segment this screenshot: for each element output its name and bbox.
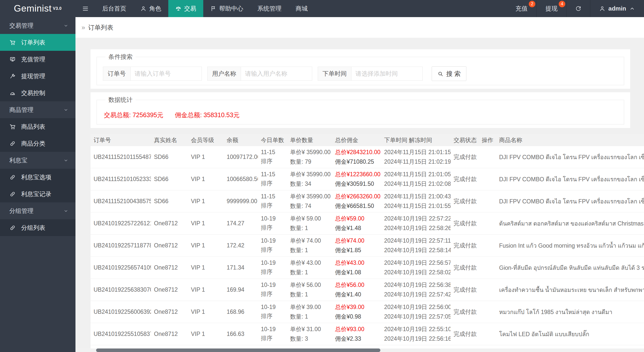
sidebar-item-label: 提现管理 <box>21 72 45 80</box>
order-time-input[interactable] <box>351 67 423 81</box>
sidebar-group-interest-treasure[interactable]: 利息宝 <box>0 152 75 169</box>
user-name-input[interactable] <box>241 67 312 81</box>
sidebar-item-interest-options[interactable]: 利息宝选项 <box>0 169 75 186</box>
refresh-button[interactable] <box>566 0 590 17</box>
sidebar-item-label: 交易控制 <box>21 89 45 97</box>
recharge-button[interactable]: 充值 2 <box>507 0 536 17</box>
cell-price-qty: 单价¥ 39.00数量: 1 <box>287 301 332 323</box>
cell-product-name: DJI FPV COMBO ดีเจไอ โดรน FPV เครื่องแรก… <box>496 146 644 168</box>
search-icon <box>437 71 443 77</box>
user-menu[interactable]: admin <box>590 0 644 17</box>
cell-day-count: 10-19排序 <box>258 301 287 323</box>
sidebar-group-group-management[interactable]: 分组管理 <box>0 202 75 219</box>
cell-times: 2024年10月19日 22:56:382024年10月19日 22:57:42 <box>381 279 451 301</box>
sidebar-item-withdraw-management[interactable]: 提现管理 <box>0 68 75 84</box>
sidebar-group-product-management[interactable]: 商品管理 <box>0 101 75 118</box>
sort-link[interactable]: 排序 <box>261 268 284 276</box>
order-no-input[interactable] <box>131 67 202 81</box>
cell-price-qty: 单价¥ 56.00数量: 1 <box>287 279 332 301</box>
sidebar-group-label: 利息宝 <box>9 156 27 164</box>
sort-link[interactable]: 排序 <box>261 312 284 320</box>
cell-balance: 10097172.00 <box>224 146 258 168</box>
app-version: V3.0 <box>53 6 62 11</box>
column-header-8: 交易状态 <box>451 134 479 146</box>
topnav-home[interactable]: 后台首页 <box>95 0 133 17</box>
cell-price-qty: 单价¥ 35990.00数量: 79 <box>287 146 332 168</box>
sidebar-toggle-button[interactable] <box>75 0 95 17</box>
table-row: UB2410192257118778One8712VIP 1172.4210-1… <box>91 235 644 257</box>
cell-action <box>479 279 496 301</box>
horizontal-scrollbar-thumb[interactable] <box>96 348 380 352</box>
cell-price-qty: 单价¥ 59.00数量: 1 <box>287 212 332 235</box>
horizontal-scrollbar[interactable] <box>75 348 644 352</box>
sort-link[interactable]: 排序 <box>261 202 284 209</box>
sidebar-item-group-list[interactable]: 分组列表 <box>0 219 75 236</box>
search-fieldset: 条件搜索 订单号用户名称下单时间 搜 索 <box>97 53 624 85</box>
sidebar-item-order-list[interactable]: 订单列表 <box>0 34 75 51</box>
cell-real-name: One8712 <box>151 301 188 323</box>
cell-product-name: DJI FPV COMBO ดีเจไอ โดรน FPV เครื่องแรก… <box>496 168 644 190</box>
column-header-0: 订单号 <box>91 134 151 146</box>
topnav-mall[interactable]: 商城 <box>289 0 315 17</box>
topnav-roles[interactable]: 角色 <box>133 0 168 17</box>
hamburger-icon <box>82 5 89 12</box>
sort-link[interactable]: 排序 <box>261 224 284 232</box>
cell-times: 2024年10月19日 22:56:572024年10月19日 22:58:02 <box>381 257 451 279</box>
topnav-help-center[interactable]: 帮助中心 <box>203 0 250 17</box>
sort-link[interactable]: 排序 <box>261 334 284 342</box>
cell-action <box>479 146 496 168</box>
cell-day-count: 11-15排序 <box>258 190 287 212</box>
search-button[interactable]: 搜 索 <box>432 66 466 81</box>
cell-status: 完成付款 <box>451 235 479 257</box>
sidebar: 交易管理订单列表充值管理提现管理交易控制商品管理商品列表商品分类利息宝利息宝选项… <box>0 17 75 352</box>
cell-vip-level: VIP 1 <box>188 212 224 235</box>
sidebar-item-label: 商品列表 <box>21 123 45 131</box>
cell-vip-level: VIP 1 <box>188 323 224 345</box>
cell-price-qty: 单价¥ 35990.00数量: 74 <box>287 190 332 212</box>
topnav-trade[interactable]: 交易 <box>168 0 203 17</box>
search-field-user-name: 用户名称 <box>207 67 312 81</box>
column-header-5: 单价数量 <box>287 134 332 146</box>
column-header-3: 余额 <box>224 134 258 146</box>
sidebar-item-recharge-management[interactable]: 充值管理 <box>0 51 75 68</box>
column-header-10: 商品名称 <box>496 134 644 146</box>
sort-link[interactable]: 排序 <box>261 290 284 298</box>
search-field-order-no: 订单号 <box>103 67 202 81</box>
column-header-1: 真实姓名 <box>151 134 188 146</box>
sidebar-item-interest-records[interactable]: 利息宝记录 <box>0 186 75 202</box>
sidebar-item-label: 利息宝记录 <box>21 190 51 198</box>
topnav-label: 后台首页 <box>102 5 126 13</box>
sidebar-group-trade-management[interactable]: 交易管理 <box>0 17 75 34</box>
topbar: Geminist V3.0 后台首页角色交易帮助中心系统管理商城 充值 2 提现… <box>0 0 644 17</box>
sidebar-item-label: 充值管理 <box>21 55 45 63</box>
cell-balance: 168.96 <box>224 301 258 323</box>
content: 条件搜索 订单号用户名称下单时间 搜 索 数据统计 交易总额: 7256395元… <box>75 38 644 352</box>
main-area: » 订单列表 条件搜索 订单号用户名称下单时间 搜 索 数据统计 交易总额: 7… <box>75 17 644 352</box>
chevron-down-icon <box>63 208 68 213</box>
cell-day-count: 10-19排序 <box>258 235 287 257</box>
cell-action <box>479 190 496 212</box>
withdraw-button[interactable]: 提现 4 <box>536 0 566 17</box>
sidebar-item-product-category[interactable]: 商品分类 <box>0 135 75 152</box>
sidebar-item-trade-control[interactable]: 交易控制 <box>0 84 75 101</box>
sort-link[interactable]: 排序 <box>261 246 284 254</box>
cell-day-count: 10-19排序 <box>258 279 287 301</box>
topnav-system[interactable]: 系统管理 <box>250 0 289 17</box>
cell-real-name: SD66 <box>151 190 188 212</box>
sidebar-item-product-list[interactable]: 商品列表 <box>0 118 75 135</box>
cell-balance: 10066580.50 <box>224 168 258 190</box>
app-logo: Geminist V3.0 <box>0 0 75 17</box>
cell-status: 完成付款 <box>451 301 479 323</box>
withdraw-badge: 4 <box>559 1 565 7</box>
cell-product-name: DJI FPV COMBO ดีเจไอ โดรน FPV เครื่องแรก… <box>496 190 644 212</box>
cell-vip-level: VIP 1 <box>188 301 224 323</box>
search-card: 条件搜索 订单号用户名称下单时间 搜 索 <box>91 49 630 89</box>
orders-table: 订单号真实姓名会员等级余额今日单数单价数量总价佣金下单时间 解冻时间交易状态操作… <box>91 134 644 352</box>
column-header-9: 操作 <box>479 134 496 146</box>
sidebar-item-label: 订单列表 <box>21 38 45 47</box>
sort-link[interactable]: 排序 <box>261 180 284 187</box>
cell-total-commission: 总价¥93.00佣金¥2.33 <box>332 323 381 345</box>
sort-link[interactable]: 排序 <box>261 157 284 165</box>
column-header-7: 下单时间 解冻时间 <box>381 134 451 146</box>
cell-balance: 9999999.00 <box>224 190 258 212</box>
